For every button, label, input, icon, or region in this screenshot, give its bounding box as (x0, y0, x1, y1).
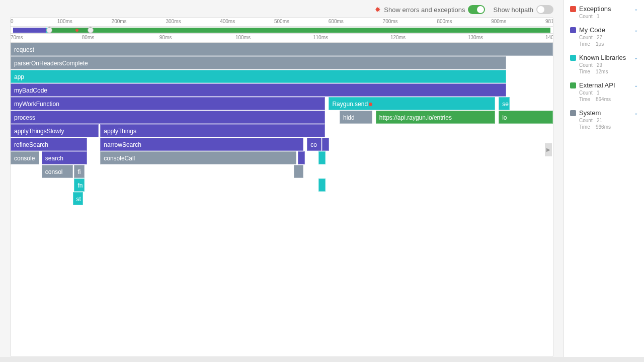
legend-row[interactable]: External API⌄ (570, 81, 638, 89)
legend-row[interactable]: Exceptions⌄ (570, 5, 638, 13)
flame-span[interactable]: https://api.raygun.io/entries (376, 111, 495, 124)
flame-span[interactable]: consol (42, 165, 73, 178)
view-toggles: ✸ Show errors and exceptions Show hotpat… (10, 5, 553, 14)
flame-span[interactable]: refineSearch (11, 138, 87, 151)
errors-toggle[interactable] (468, 5, 485, 14)
chevron-down-icon: ⌄ (634, 27, 638, 33)
legend-row[interactable]: Known Libraries⌄ (570, 54, 638, 61)
hotpath-toggle[interactable] (536, 5, 553, 14)
flame-span[interactable]: fi (74, 165, 84, 178)
flame-span[interactable]: co (307, 138, 321, 151)
legend-swatch (570, 110, 576, 116)
overview-ruler: 0100ms200ms300ms400ms500ms600ms700ms800m… (11, 18, 553, 27)
flame-span[interactable]: parserOnHeadersComplete (11, 56, 506, 69)
legend-swatch (570, 82, 576, 88)
legend-row[interactable]: My Code⌄ (570, 26, 638, 34)
errors-toggle-label: Show errors and exceptions (384, 6, 465, 14)
flame-span[interactable]: myWorkFunction (11, 97, 325, 110)
legend-sidebar: Exceptions⌄Count 1My Code⌄Count 27Time 1… (564, 0, 644, 362)
flame-span[interactable]: fn (74, 178, 84, 192)
flame-span[interactable]: st (73, 192, 83, 205)
minimap[interactable] (11, 27, 553, 34)
flame-span[interactable]: request (11, 43, 553, 56)
nav-right-button[interactable]: ▶ (545, 143, 552, 156)
chevron-down-icon: ⌄ (634, 55, 638, 60)
flame-span[interactable]: lo (499, 111, 553, 124)
legend-swatch (570, 55, 576, 61)
legend-swatch (570, 6, 576, 12)
flame-span[interactable] (322, 138, 329, 151)
taskbar (0, 357, 644, 362)
legend-swatch (570, 27, 576, 33)
flame-span[interactable]: narrowSearch (100, 138, 303, 151)
flame-span[interactable] (298, 151, 305, 164)
legend-row[interactable]: System⌄ (570, 109, 638, 117)
flame-span[interactable]: Raygun.send (329, 97, 495, 110)
detail-ruler: 70ms80ms90ms100ms110ms120ms130ms140ms (11, 34, 553, 43)
bug-icon: ✸ (375, 6, 381, 14)
flame-span[interactable]: consoleCall (100, 151, 296, 164)
chevron-down-icon: ⌄ (634, 6, 638, 12)
flame-span[interactable]: hidd (340, 111, 372, 124)
chevron-down-icon: ⌄ (634, 110, 638, 116)
flame-span[interactable]: app (11, 70, 506, 83)
trace-panel: 0100ms200ms300ms400ms500ms600ms700ms800m… (10, 17, 553, 357)
flame-span[interactable]: applyThings (100, 124, 325, 137)
flame-span[interactable]: applyThingsSlowly (11, 124, 99, 137)
flame-span[interactable] (318, 178, 326, 192)
flame-span[interactable]: process (11, 111, 325, 124)
flame-graph: requestparserOnHeadersCompleteappmyBadCo… (11, 43, 553, 356)
flame-span[interactable]: myBadCode (11, 83, 506, 97)
flame-span[interactable] (318, 151, 326, 164)
flame-span[interactable]: console (11, 151, 39, 164)
chevron-down-icon: ⌄ (634, 82, 638, 88)
flame-span[interactable]: search (42, 151, 88, 164)
flame-span[interactable]: se (499, 97, 510, 110)
hotpath-toggle-label: Show hotpath (493, 6, 533, 14)
flame-span[interactable] (294, 165, 303, 178)
